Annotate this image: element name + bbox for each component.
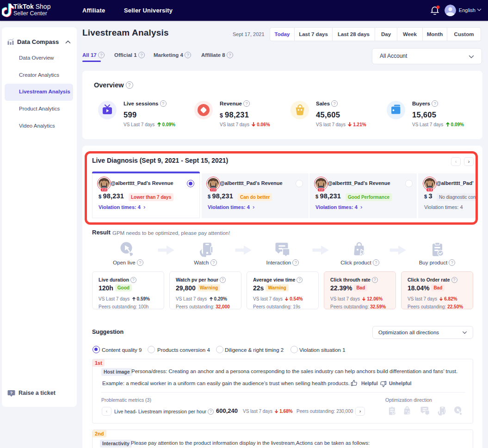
- svg-text:?: ?: [10, 391, 13, 395]
